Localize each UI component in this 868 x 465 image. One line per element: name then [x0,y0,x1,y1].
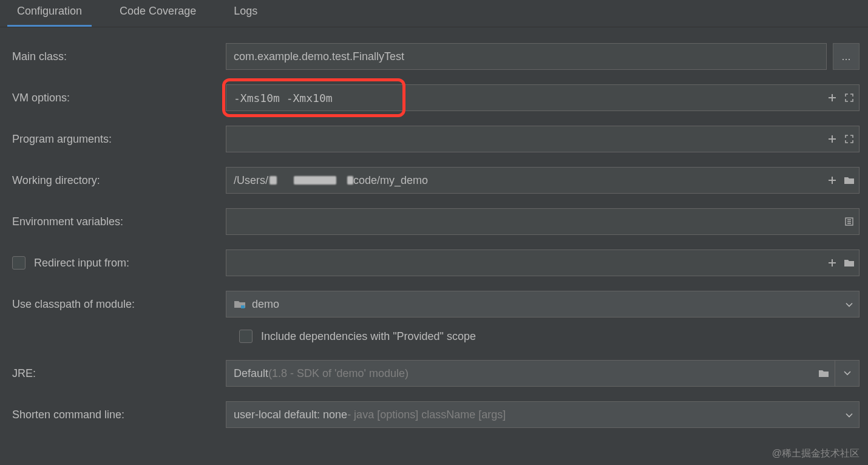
program-args-field[interactable] [226,126,860,152]
ellipsis-icon: ... [841,50,850,63]
svg-rect-1 [241,305,245,308]
working-dir-field[interactable]: /Users/ code/my_demo [226,167,860,194]
classpath-label: Use classpath of module: [12,298,226,311]
working-dir-label: Working directory: [12,174,226,187]
include-provided-label: Include dependencies with "Provided" sco… [261,330,476,343]
redacted-segment [270,176,277,185]
program-args-label: Program arguments: [12,133,226,146]
jre-dropdown-button[interactable] [835,360,860,387]
insert-macro-icon[interactable] [826,133,838,145]
jre-value: Default [234,367,268,380]
expand-field-icon[interactable] [843,133,855,145]
browse-folder-icon[interactable] [818,367,830,379]
shorten-cmd-combo[interactable]: user-local default: none - java [options… [226,401,860,428]
shorten-cmd-hint: - java [options] className [args] [347,409,506,421]
edit-env-vars-icon[interactable] [843,216,855,228]
jre-combo[interactable]: Default (1.8 - SDK of 'demo' module) [226,360,835,387]
expand-field-icon[interactable] [843,92,855,104]
include-provided-checkbox[interactable] [239,330,253,343]
classpath-module-value: demo [252,298,279,311]
vm-options-field[interactable]: -Xms10m -Xmx10m [226,84,860,111]
main-class-value: com.example.demo.test.FinallyTest [234,50,404,63]
jre-label: JRE: [12,367,226,380]
vm-options-value: -Xms10m -Xmx10m [234,92,333,104]
tab-code-coverage[interactable]: Code Coverage [110,0,206,27]
jre-hint: (1.8 - SDK of 'demo' module) [268,367,409,380]
browse-folder-icon[interactable] [843,174,855,186]
working-dir-suffix: code/my_demo [353,174,428,187]
browse-main-class-button[interactable]: ... [833,43,860,70]
vm-options-label: VM options: [12,92,226,104]
insert-macro-icon[interactable] [826,257,838,269]
module-icon [234,299,246,309]
redirect-input-label: Redirect input from: [12,256,226,270]
chevron-down-icon [846,298,853,311]
main-class-field[interactable]: com.example.demo.test.FinallyTest [226,43,827,70]
classpath-module-combo[interactable]: demo [226,291,860,317]
tab-bar: Configuration Code Coverage Logs [0,0,868,27]
chevron-down-icon [846,409,853,421]
chevron-down-icon [844,371,851,376]
watermark: @稀土掘金技术社区 [772,447,860,460]
env-vars-label: Environment variables: [12,216,226,228]
tab-configuration[interactable]: Configuration [7,0,92,27]
redacted-segment [347,176,353,185]
redirect-input-field[interactable] [226,249,860,276]
tab-logs[interactable]: Logs [224,0,267,27]
browse-folder-icon[interactable] [843,257,855,269]
shorten-cmd-value: user-local default: none [234,409,347,421]
env-vars-field[interactable] [226,208,860,235]
main-class-label: Main class: [12,50,226,63]
insert-macro-icon[interactable] [826,174,838,186]
redirect-input-checkbox[interactable] [12,256,25,270]
shorten-cmd-label: Shorten command line: [12,409,226,421]
working-dir-prefix: /Users/ [234,174,268,187]
redacted-segment [294,176,336,185]
configuration-form: Main class: com.example.demo.test.Finall… [0,27,868,438]
insert-macro-icon[interactable] [826,92,838,104]
